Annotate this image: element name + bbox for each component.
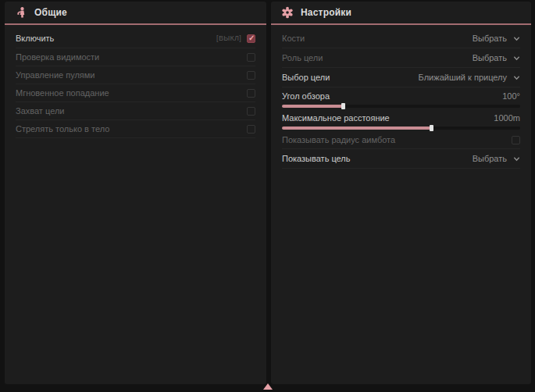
slider-value: 1000m [494,113,520,123]
dropdown-row-target-role[interactable]: Роль цели Выбрать [282,48,520,68]
fov-slider-thumb[interactable] [341,103,345,109]
dropdown-label: Показывать цель [282,154,351,163]
dropdown-value: Выбрать [473,34,507,43]
fov-slider-fill [282,105,344,108]
panel-general-header: Общие [5,2,266,25]
show-target-dropdown[interactable]: Выбрать [473,154,520,163]
max-distance-slider-thumb[interactable] [430,125,433,131]
dropdown-value: Выбрать [473,53,507,62]
target-selection-dropdown[interactable]: Ближайший к прицелу [419,73,520,82]
chevron-down-icon [513,155,520,162]
toggle-label: Мгновенное попадание [16,88,109,98]
dropdown-label: Кости [282,34,305,43]
slider-row-fov: Угол обзора 100° [282,87,520,109]
toggle-row-enable[interactable]: Включить [ВЫКЛ] [16,29,255,48]
toggle-row-visibility-check[interactable]: Проверка видимости [16,48,255,66]
panel-general-title: Общие [34,7,67,18]
target-lock-checkbox[interactable] [247,107,255,116]
max-distance-slider-fill [282,127,432,130]
instant-hit-checkbox[interactable] [247,89,255,98]
dropdown-value: Выбрать [473,154,507,163]
body-only-checkbox[interactable] [247,125,255,134]
panel-settings: Настройки Кости Выбрать Роль цели Выбрат… [271,2,531,384]
toggle-row-instant-hit[interactable]: Мгновенное попадание [16,84,255,102]
toggle-label: Проверка видимости [16,52,99,62]
target-role-dropdown[interactable]: Выбрать [473,53,520,62]
enable-checkbox[interactable] [247,34,255,43]
triangle-up-icon[interactable] [263,383,273,390]
chevron-down-icon [513,35,520,42]
dropdown-label: Роль цели [282,53,323,62]
slider-label: Максимальное расстояние [282,113,390,123]
panel-general-rows: Включить [ВЫКЛ] Проверка видимости Управ… [5,25,266,138]
slider-row-max-distance: Максимальное расстояние 1000m [282,109,520,131]
toggle-label: Включить [16,34,54,43]
dropdown-row-target-selection[interactable]: Выбор цели Ближайший к прицелу [282,68,520,87]
visibility-check-checkbox[interactable] [247,53,255,62]
toggle-label: Захват цели [16,106,64,116]
bullet-control-checkbox[interactable] [247,71,255,80]
gear-icon [281,6,294,19]
slider-value: 100° [502,91,520,101]
toggle-label: Показывать радиус аимбота [282,135,395,144]
dropdown-label: Выбор цели [282,73,330,82]
dropdown-row-show-target[interactable]: Показывать цель Выбрать [282,149,520,169]
panel-general: Общие Включить [ВЫКЛ] Проверка видимости… [5,2,266,384]
panel-settings-rows: Кости Выбрать Роль цели Выбрать Выбор це… [271,25,531,169]
toggle-label: Стрелять только в тело [16,124,109,134]
toggle-label: Управление пулями [16,70,95,80]
panel-settings-header: Настройки [271,2,531,25]
hotkey-badge: [ВЫКЛ] [216,34,241,42]
dropdown-value: Ближайший к прицелу [419,73,507,82]
bones-dropdown[interactable]: Выбрать [473,34,520,43]
toggle-row-bullet-control[interactable]: Управление пулями [16,66,255,84]
chevron-down-icon [513,74,520,81]
max-distance-slider[interactable] [282,127,520,130]
slider-label: Угол обзора [282,91,330,101]
toggle-row-body-only[interactable]: Стрелять только в тело [16,120,255,138]
aimbot-person-icon [15,6,27,19]
panel-settings-title: Настройки [301,7,351,18]
chevron-down-icon [513,55,520,62]
fov-slider[interactable] [282,105,520,108]
toggle-row-target-lock[interactable]: Захват цели [16,102,255,120]
show-aimbot-radius-checkbox[interactable] [512,136,520,144]
toggle-row-show-aimbot-radius[interactable]: Показывать радиус аимбота [282,131,520,149]
dropdown-row-bones[interactable]: Кости Выбрать [282,29,520,48]
